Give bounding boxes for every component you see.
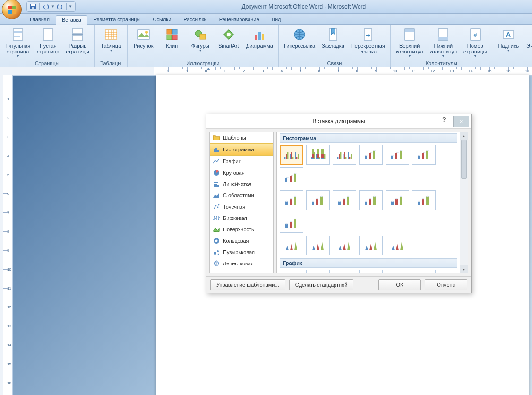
chart-thumb[interactable]	[386, 236, 409, 255]
chart-thumb[interactable]	[280, 270, 303, 273]
scroll-down-button[interactable]: ▾	[460, 265, 468, 273]
blank-page-button[interactable]: Пустая страница	[34, 26, 62, 56]
chart-thumb[interactable]	[386, 145, 409, 165]
dialog-help-button[interactable]: ?	[436, 114, 452, 125]
ribbon: Титульная страница▾Пустая страницаРазрыв…	[0, 25, 532, 68]
textbox-button[interactable]: AНадпись▾	[494, 26, 523, 54]
chart-thumb[interactable]	[280, 236, 303, 255]
svg-rect-99	[395, 153, 397, 159]
set-default-button[interactable]: Сделать стандартной	[289, 279, 354, 290]
scroll-up-button[interactable]: ▴	[460, 132, 468, 140]
chart-category-график[interactable]: График	[210, 156, 273, 167]
svg-rect-102	[422, 153, 424, 159]
tab-ссылки[interactable]: Ссылки	[147, 15, 178, 24]
header-button[interactable]: Верхний колонтитул▾	[393, 26, 427, 60]
chart-category-лепестковая[interactable]: Лепестковая	[210, 258, 273, 269]
chart-thumb[interactable]	[333, 236, 356, 255]
chart-category-шаблоны[interactable]: Шаблоны	[210, 132, 273, 143]
svg-rect-78	[312, 154, 314, 158]
gallery-scrollbar[interactable]: ▴ ▾	[460, 132, 468, 273]
ok-button[interactable]: ОК	[378, 279, 421, 290]
chart-category-линейчатая[interactable]: Линейчатая	[210, 178, 273, 190]
svg-rect-8	[73, 28, 82, 34]
svg-rect-59	[284, 157, 285, 159]
chart-thumb[interactable]	[412, 270, 436, 273]
picture-button[interactable]: Рисунок	[129, 26, 158, 50]
svg-point-126	[365, 201, 367, 202]
scroll-thumb[interactable]	[461, 140, 467, 179]
clip-button[interactable]: Клип	[158, 26, 186, 50]
chart-thumb[interactable]	[333, 270, 356, 273]
hyperlink-button[interactable]: Гиперссылка	[281, 26, 318, 50]
cover-page-button[interactable]: Титульная страница▾	[2, 26, 34, 60]
chart-thumb[interactable]	[280, 145, 303, 165]
tab-главная[interactable]: Главная	[24, 15, 56, 24]
chart-thumb[interactable]	[306, 236, 330, 255]
page-number-button[interactable]: #Номер страницы▾	[460, 26, 490, 60]
tab-разметка-страницы[interactable]: Разметка страницы	[87, 15, 147, 24]
chart-thumb[interactable]	[280, 190, 303, 210]
chart-category-круговая[interactable]: Круговая	[210, 167, 273, 178]
chart-category-пузырьковая[interactable]: Пузырьковая	[210, 246, 273, 258]
footer-button[interactable]: Нижний колонтитул▾	[427, 26, 461, 60]
svg-rect-111	[294, 196, 296, 205]
svg-rect-127	[369, 199, 371, 205]
chart-thumb[interactable]	[359, 270, 383, 273]
save-button[interactable]	[29, 2, 37, 11]
chart-thumb[interactable]	[386, 270, 409, 273]
page-break-button[interactable]: Разрыв страницы	[63, 26, 93, 56]
chart-thumb[interactable]	[306, 270, 330, 273]
horizontal-ruler[interactable]: 2101234567891011121314151617	[12, 67, 532, 76]
chart-thumb[interactable]	[412, 190, 436, 210]
tab-вставка[interactable]: Вставка	[56, 15, 87, 25]
chart-thumb[interactable]	[280, 167, 303, 187]
chart-thumb[interactable]	[333, 190, 356, 210]
svg-rect-98	[391, 156, 393, 159]
category-label: График	[223, 158, 241, 164]
smartart-button[interactable]: SmartArt	[215, 26, 243, 50]
chart-thumb[interactable]	[359, 145, 383, 165]
chart-category-точечная[interactable]: Точечная	[210, 201, 273, 212]
table-button[interactable]: Таблица▾	[97, 26, 125, 54]
chart-category-с областями[interactable]: С областями	[210, 190, 273, 201]
chart-thumb[interactable]	[306, 190, 330, 210]
crossref-button[interactable]: Перекрестная ссылка	[348, 26, 388, 56]
chart-category-поверхность[interactable]: Поверхность	[210, 224, 273, 235]
svg-rect-15	[167, 35, 172, 40]
chart-thumb[interactable]	[386, 190, 409, 210]
chart-thumb[interactable]	[306, 145, 330, 165]
shapes-button[interactable]: Фигуры▾	[186, 26, 215, 54]
radar-chart-icon	[213, 260, 220, 267]
svg-rect-9	[73, 35, 82, 41]
chart-thumb[interactable]	[333, 145, 356, 165]
cancel-button[interactable]: Отмена	[425, 279, 467, 290]
category-label: Гистограмма	[223, 147, 254, 152]
undo-dropdown-icon[interactable]: ▼	[51, 4, 55, 9]
quick-parts-button[interactable]: Экспресс-блоки▾	[523, 26, 532, 60]
chart-thumb[interactable]	[412, 145, 436, 165]
chart-category-кольцевая[interactable]: Кольцевая	[210, 235, 273, 246]
dialog-titlebar[interactable]: Вставка диаграммы ? ×	[206, 114, 471, 129]
vertical-ruler[interactable]: 1234567891011121314151617181920	[0, 75, 13, 395]
svg-rect-2	[32, 7, 34, 9]
bookmark-button[interactable]: Закладка	[318, 26, 348, 50]
group-label: Т	[494, 61, 532, 67]
qat-customize-icon[interactable]: ▼	[69, 4, 72, 9]
dialog-close-button[interactable]: ×	[453, 116, 469, 127]
chart-thumb[interactable]	[280, 213, 303, 233]
dialog-title: Вставка диаграммы	[312, 118, 365, 124]
tab-вид[interactable]: Вид	[266, 15, 287, 24]
chart-button[interactable]: Диаграмма	[243, 26, 276, 50]
chart-category-биржевая[interactable]: Биржевая	[210, 212, 273, 224]
svg-point-146	[290, 221, 292, 222]
manage-templates-button[interactable]: Управление шаблонами...	[210, 279, 285, 290]
chart-thumb[interactable]	[359, 236, 383, 255]
chart-thumb[interactable]	[359, 190, 383, 210]
office-button[interactable]	[2, 0, 22, 19]
tab-рассылки[interactable]: Рассылки	[177, 15, 213, 24]
chart-category-гистограмма[interactable]: Гистограмма	[210, 143, 273, 156]
tab-рецензирование[interactable]: Рецензирование	[213, 15, 266, 24]
undo-button[interactable]	[42, 2, 50, 11]
redo-button[interactable]	[56, 2, 64, 11]
svg-rect-63	[291, 152, 292, 159]
